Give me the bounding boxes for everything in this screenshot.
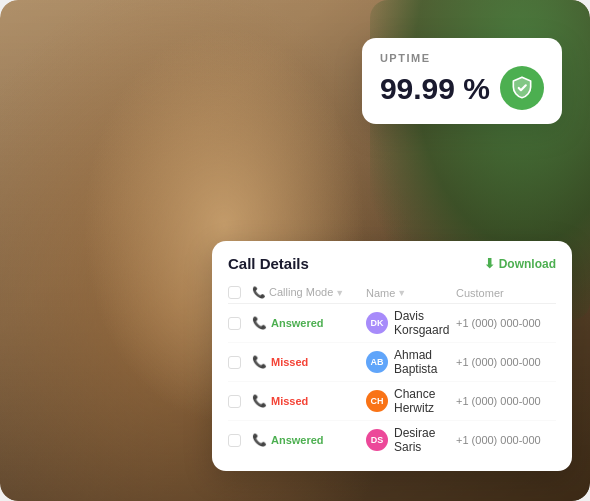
- name-text: Chance Herwitz: [394, 387, 452, 415]
- name-text: Ahmad Baptista: [394, 348, 452, 376]
- avatar: CH: [366, 390, 388, 412]
- download-button[interactable]: ⬇ Download: [484, 256, 556, 271]
- avatar: DS: [366, 429, 388, 451]
- card-header: Call Details ⬇ Download: [228, 255, 556, 272]
- table-row: 📞 Answered DS Desirae Saris +1 (000) 000…: [228, 421, 556, 459]
- name-cell: DS Desirae Saris: [366, 426, 452, 454]
- customer-cell: +1 (000) 000-000: [456, 434, 556, 446]
- name-cell: CH Chance Herwitz: [366, 387, 452, 415]
- card-title: Call Details: [228, 255, 309, 272]
- name-cell: AB Ahmad Baptista: [366, 348, 452, 376]
- col-customer: Customer: [456, 287, 556, 299]
- col-name: Name ▼: [366, 287, 452, 299]
- shield-svg: [509, 75, 535, 101]
- download-label: Download: [499, 257, 556, 271]
- call-mode-cell: 📞 Missed: [252, 355, 362, 369]
- download-arrow-icon: ⬇: [484, 256, 495, 271]
- col-customer-label: Customer: [456, 287, 504, 299]
- phone-icon: 📞: [252, 316, 267, 330]
- row-checkbox[interactable]: [228, 317, 241, 330]
- row-checkbox[interactable]: [228, 434, 241, 447]
- status-badge: Answered: [271, 317, 324, 329]
- phone-icon: 📞: [252, 355, 267, 369]
- table-header: 📞 Calling Mode ▼ Name ▼ Customer: [228, 282, 556, 304]
- uptime-label: UPTIME: [380, 52, 431, 64]
- call-mode-cell: 📞 Answered: [252, 316, 362, 330]
- shield-icon: [500, 66, 544, 110]
- sort-arrow-icon: ▼: [335, 288, 344, 298]
- avatar: DK: [366, 312, 388, 334]
- name-text: Desirae Saris: [394, 426, 452, 454]
- phone-icon: 📞: [252, 433, 267, 447]
- phone-icon: 📞: [252, 394, 267, 408]
- row-checkbox[interactable]: [228, 395, 241, 408]
- uptime-row: 99.99 %: [380, 66, 544, 110]
- call-details-card: Call Details ⬇ Download 📞 Calling Mode ▼…: [212, 241, 572, 471]
- col-calling-mode-label: 📞 Calling Mode: [252, 286, 333, 299]
- table-row: 📞 Answered DK Davis Korsgaard +1 (000) 0…: [228, 304, 556, 343]
- row-checkbox[interactable]: [228, 356, 241, 369]
- uptime-value: 99.99 %: [380, 72, 490, 105]
- uptime-card: UPTIME 99.99 %: [362, 38, 562, 124]
- call-mode-cell: 📞 Answered: [252, 433, 362, 447]
- customer-cell: +1 (000) 000-000: [456, 356, 556, 368]
- table-row: 📞 Missed CH Chance Herwitz +1 (000) 000-…: [228, 382, 556, 421]
- name-text: Davis Korsgaard: [394, 309, 452, 337]
- call-mode-cell: 📞 Missed: [252, 394, 362, 408]
- status-badge: Missed: [271, 395, 308, 407]
- avatar: AB: [366, 351, 388, 373]
- customer-cell: +1 (000) 000-000: [456, 317, 556, 329]
- table-row: 📞 Missed AB Ahmad Baptista +1 (000) 000-…: [228, 343, 556, 382]
- call-table: 📞 Calling Mode ▼ Name ▼ Customer 📞 Answe…: [228, 282, 556, 459]
- sort-arrow-name-icon: ▼: [397, 288, 406, 298]
- header-checkbox[interactable]: [228, 286, 241, 299]
- main-scene: UPTIME 99.99 % Call Details ⬇ Download: [0, 0, 590, 501]
- status-badge: Missed: [271, 356, 308, 368]
- col-name-label: Name: [366, 287, 395, 299]
- name-cell: DK Davis Korsgaard: [366, 309, 452, 337]
- col-calling-mode: 📞 Calling Mode ▼: [252, 286, 362, 299]
- status-badge: Answered: [271, 434, 324, 446]
- customer-cell: +1 (000) 000-000: [456, 395, 556, 407]
